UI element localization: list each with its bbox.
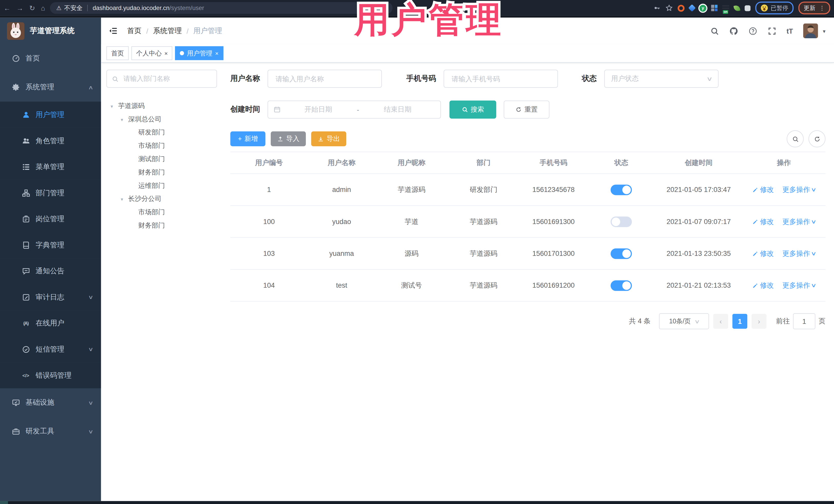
close-icon[interactable]: × [215, 50, 218, 56]
extension-blue-gem-icon[interactable] [688, 4, 696, 12]
sidebar-item-role[interactable]: 角色管理 [0, 128, 101, 154]
breadcrumb-item[interactable]: 系统管理 [153, 26, 182, 36]
sidebar-item-user[interactable]: 用户管理 [0, 102, 101, 128]
browser-back-icon[interactable]: ← [4, 5, 11, 12]
sidebar-item-notice[interactable]: 通知公告 [0, 258, 101, 284]
more-actions-link[interactable]: 更多操作∨ [783, 217, 815, 226]
address-bar[interactable]: ⚠ 不安全 dashboard.yudao.iocoder.cn/system/… [50, 2, 392, 14]
import-button[interactable]: 导入 [271, 131, 306, 146]
tree-node[interactable]: 财务部门 [107, 219, 217, 233]
close-icon[interactable]: × [164, 50, 168, 56]
tree-node[interactable]: 运维部门 [107, 179, 217, 193]
tree-expand-caret-icon[interactable]: ▾ [111, 104, 118, 109]
tab-个人中心[interactable]: 个人中心× [131, 46, 173, 60]
emoji-avatar-icon [761, 4, 768, 12]
sidebar-item-infra[interactable]: 基础设施∨ [0, 388, 101, 417]
browser-menu-kebab-icon[interactable]: ⋮ [819, 5, 825, 12]
app-logo[interactable]: 芋道管理系统 [0, 18, 101, 44]
edit-link[interactable]: 修改 [752, 249, 774, 258]
avatar-caret-down-icon[interactable]: ▾ [823, 28, 825, 34]
window-bottom-edge [0, 501, 834, 504]
add-user-button[interactable]: + 新增 [230, 131, 265, 146]
date-range-picker[interactable]: 开始日期 - 结束日期 [268, 101, 441, 118]
tree-expand-caret-icon[interactable]: ▾ [121, 197, 128, 202]
sidebar-item-errcode[interactable]: </>错误码管理 [0, 363, 101, 389]
tab-用户管理[interactable]: 用户管理× [175, 46, 223, 60]
status-toggle[interactable] [611, 184, 632, 195]
more-actions-link[interactable]: 更多操作∨ [783, 281, 815, 290]
goto-page-input[interactable]: 1 [793, 313, 815, 329]
window-bottom-accent [0, 501, 8, 504]
search-button[interactable]: 搜索 [449, 101, 496, 118]
browser-update-button[interactable]: 更新 ⋮ [798, 2, 830, 14]
tree-node[interactable]: ▾长沙分公司 [107, 193, 217, 206]
tab-首页[interactable]: 首页 [107, 46, 129, 60]
tree-node-label: 深圳总公司 [128, 115, 162, 124]
tree-node[interactable]: ▾深圳总公司 [107, 113, 217, 126]
column-header: 用户昵称 [375, 158, 447, 168]
sidebar-item-dict[interactable]: 字典管理 [0, 232, 101, 258]
username-input[interactable] [275, 74, 375, 83]
font-size-icon[interactable]: tT [787, 27, 793, 35]
profile-paused-badge[interactable]: 已暂停 [755, 2, 793, 14]
fullscreen-icon[interactable] [767, 26, 776, 36]
status-toggle[interactable] [611, 216, 632, 227]
browser-chrome: ← → ↻ ⌂ ⚠ 不安全 dashboard.yudao.iocoder.cn… [0, 0, 834, 16]
breadcrumb-item: 用户管理 [193, 26, 222, 36]
reset-button[interactable]: 重置 [504, 101, 549, 118]
sidebar-item-post[interactable]: 岗位管理 [0, 206, 101, 232]
search-icon[interactable] [710, 26, 719, 36]
extension-orange-ring-icon[interactable] [678, 5, 685, 12]
sidebar-item-tools[interactable]: 研发工具∨ [0, 417, 101, 446]
key-icon[interactable] [653, 4, 660, 12]
upload-icon [277, 136, 284, 142]
status-select[interactable]: 用户状态 ∨ [604, 70, 719, 88]
edit-link[interactable]: 修改 [752, 281, 774, 290]
tree-expand-caret-icon[interactable]: ▾ [121, 117, 128, 122]
extension-green-y-icon[interactable]: y [700, 5, 706, 12]
breadcrumb-item[interactable]: 首页 [127, 26, 141, 36]
help-icon[interactable] [748, 26, 757, 36]
star-icon[interactable] [665, 4, 673, 12]
extension-tampermonkey-on-icon[interactable]: on [722, 5, 729, 11]
sidebar-item-gear[interactable]: 系统管理∧ [0, 73, 101, 102]
mobile-cell: 15612345678 [520, 185, 587, 194]
browser-home-icon[interactable]: ⌂ [41, 5, 45, 12]
status-toggle[interactable] [611, 248, 632, 259]
tree-node[interactable]: 市场部门 [107, 206, 217, 219]
more-actions-link[interactable]: 更多操作∨ [783, 249, 815, 258]
page-size-select[interactable]: 10条/页 ∨ [659, 313, 709, 329]
refresh-table-button[interactable] [809, 130, 826, 147]
export-button[interactable]: 导出 [311, 131, 347, 146]
sidebar-item-audit[interactable]: 审计日志∨ [0, 284, 101, 310]
next-page-button[interactable]: › [752, 314, 767, 329]
sidebar-item-sms[interactable]: 短信管理∨ [0, 336, 101, 363]
dept-search-input[interactable] [123, 74, 212, 83]
extension-grid-icon[interactable] [711, 5, 718, 11]
more-actions-link[interactable]: 更多操作∨ [783, 185, 815, 194]
edit-link[interactable]: 修改 [752, 217, 774, 226]
sidebar-item-dept[interactable]: 部门管理 [0, 180, 101, 206]
sidebar-item-menu[interactable]: 菜单管理 [0, 154, 101, 180]
status-toggle[interactable] [611, 280, 632, 290]
tree-node[interactable]: ▾芋道源码 [107, 100, 217, 113]
browser-reload-icon[interactable]: ↻ [29, 5, 35, 12]
edit-link[interactable]: 修改 [752, 185, 774, 194]
mobile-input[interactable] [451, 74, 551, 83]
tree-node[interactable]: 研发部门 [107, 126, 217, 139]
extension-leaf-icon[interactable] [733, 5, 740, 12]
gear-icon [11, 83, 20, 92]
browser-forward-icon[interactable]: → [17, 5, 23, 12]
github-icon[interactable] [729, 26, 738, 36]
sidebar-item-dashboard[interactable]: 首页 [0, 44, 101, 73]
sidebar-item-online[interactable]: (A)在线用户 [0, 310, 101, 336]
extensions-puzzle-icon[interactable] [745, 5, 751, 11]
sidebar-fold-icon[interactable] [109, 26, 118, 36]
tree-node[interactable]: 测试部门 [107, 153, 217, 166]
current-page-button[interactable]: 1 [732, 314, 747, 329]
user-avatar[interactable] [803, 23, 818, 38]
tree-node[interactable]: 财务部门 [107, 166, 217, 179]
prev-page-button[interactable]: ‹ [713, 314, 728, 329]
toggle-search-button[interactable] [787, 130, 804, 147]
tree-node[interactable]: 市场部门 [107, 139, 217, 153]
